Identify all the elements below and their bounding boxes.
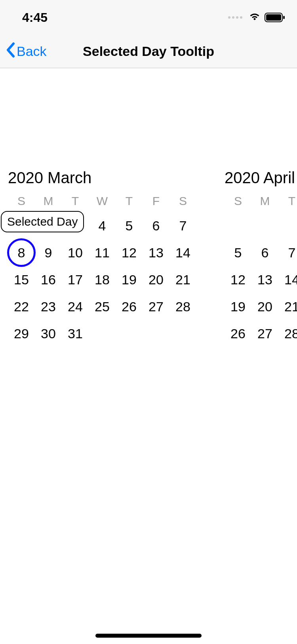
- day-cell: [89, 320, 116, 347]
- day-cell[interactable]: 14: [169, 239, 196, 266]
- weekday-row: SMTWTFS: [225, 192, 297, 210]
- week-row: 15161718192021: [8, 266, 196, 293]
- day-cell[interactable]: 7: [169, 212, 196, 239]
- day-cell[interactable]: 28: [278, 320, 297, 347]
- weekday-label: S: [17, 192, 25, 210]
- weekday-label: S: [179, 192, 187, 210]
- day-cell[interactable]: 22: [8, 293, 35, 320]
- day-cell[interactable]: 21: [278, 293, 297, 320]
- day-cell[interactable]: 14: [278, 266, 297, 293]
- svg-rect-2: [283, 16, 285, 19]
- status-time: 4:45: [22, 10, 48, 25]
- week-row: 1234: [225, 212, 297, 239]
- chevron-left-icon: [6, 42, 15, 61]
- month-title: 2020 March: [8, 169, 196, 187]
- day-cell[interactable]: 8: [8, 239, 35, 266]
- status-icons: [228, 12, 285, 23]
- nav-bar: Back Selected Day Tooltip: [0, 35, 297, 68]
- day-cell[interactable]: 7: [278, 239, 297, 266]
- weekday-row: SMTWTFS: [8, 192, 196, 210]
- day-cell[interactable]: 21: [169, 266, 196, 293]
- back-label: Back: [17, 44, 47, 59]
- week-row: 12131415161718: [225, 266, 297, 293]
- day-cell[interactable]: 13: [251, 266, 278, 293]
- day-cell[interactable]: 11: [89, 239, 116, 266]
- week-row: 22232425262728: [8, 293, 196, 320]
- day-cell[interactable]: 30: [35, 320, 62, 347]
- weekday-label: S: [234, 192, 242, 210]
- day-cell: [143, 320, 169, 347]
- home-indicator: [95, 634, 202, 638]
- day-cell[interactable]: 10: [62, 239, 89, 266]
- weekday-label: T: [288, 192, 295, 210]
- day-cell[interactable]: 6: [251, 239, 278, 266]
- month-block: 2020 AprilSMTWTFS12345678910111213141516…: [225, 169, 297, 347]
- week-row: 293031: [8, 320, 196, 347]
- day-cell: [278, 212, 297, 239]
- month-block: 2020 MarchSMTWTFS12345678910111213141516…: [8, 169, 196, 347]
- day-cell[interactable]: 28: [169, 293, 196, 320]
- day-cell[interactable]: 27: [251, 320, 278, 347]
- week-row: 19202122232425: [225, 293, 297, 320]
- day-cell[interactable]: 4: [89, 212, 116, 239]
- day-cell: [225, 212, 251, 239]
- weekday-label: M: [44, 192, 53, 210]
- day-cell[interactable]: 19: [116, 266, 143, 293]
- day-cell: [116, 320, 143, 347]
- day-cell[interactable]: 13: [143, 239, 169, 266]
- weekday-label: T: [126, 192, 133, 210]
- day-cell[interactable]: 20: [143, 266, 169, 293]
- weekday-label: M: [260, 192, 270, 210]
- day-cell[interactable]: 12: [225, 266, 251, 293]
- month-title: 2020 April: [225, 169, 297, 187]
- week-row: 567891011: [225, 239, 297, 266]
- day-cell[interactable]: 24: [62, 293, 89, 320]
- weekday-label: T: [72, 192, 79, 210]
- day-cell: [169, 320, 196, 347]
- day-cell[interactable]: 29: [8, 320, 35, 347]
- svg-rect-1: [266, 14, 281, 21]
- months-strip: 2020 MarchSMTWTFS12345678910111213141516…: [8, 169, 297, 347]
- day-cell[interactable]: 6: [143, 212, 169, 239]
- day-cell[interactable]: 26: [225, 320, 251, 347]
- day-cell[interactable]: 12: [116, 239, 143, 266]
- weekday-label: F: [152, 192, 160, 210]
- calendar-scroll[interactable]: 2020 MarchSMTWTFS12345678910111213141516…: [0, 68, 297, 584]
- day-cell[interactable]: 15: [8, 266, 35, 293]
- wifi-icon: [249, 12, 261, 23]
- day-cell[interactable]: 16: [35, 266, 62, 293]
- day-cell[interactable]: 9: [35, 239, 62, 266]
- day-cell[interactable]: 5: [116, 212, 143, 239]
- week-row: 2627282930: [225, 320, 297, 347]
- back-button[interactable]: Back: [0, 35, 47, 68]
- battery-icon: [265, 13, 285, 22]
- day-cell: [251, 212, 278, 239]
- status-bar: 4:45: [0, 0, 297, 35]
- weekday-label: W: [97, 192, 108, 210]
- day-cell[interactable]: 19: [225, 293, 251, 320]
- day-cell[interactable]: 25: [89, 293, 116, 320]
- day-cell[interactable]: 18: [89, 266, 116, 293]
- cellular-dots-icon: [228, 16, 242, 19]
- week-row: 891011121314: [8, 239, 196, 266]
- day-cell[interactable]: 26: [116, 293, 143, 320]
- day-cell[interactable]: 23: [35, 293, 62, 320]
- day-cell[interactable]: 20: [251, 293, 278, 320]
- day-cell[interactable]: 27: [143, 293, 169, 320]
- day-cell[interactable]: 17: [62, 266, 89, 293]
- day-cell[interactable]: 5: [225, 239, 251, 266]
- day-cell[interactable]: 31: [62, 320, 89, 347]
- selected-day-tooltip: Selected Day: [1, 211, 84, 232]
